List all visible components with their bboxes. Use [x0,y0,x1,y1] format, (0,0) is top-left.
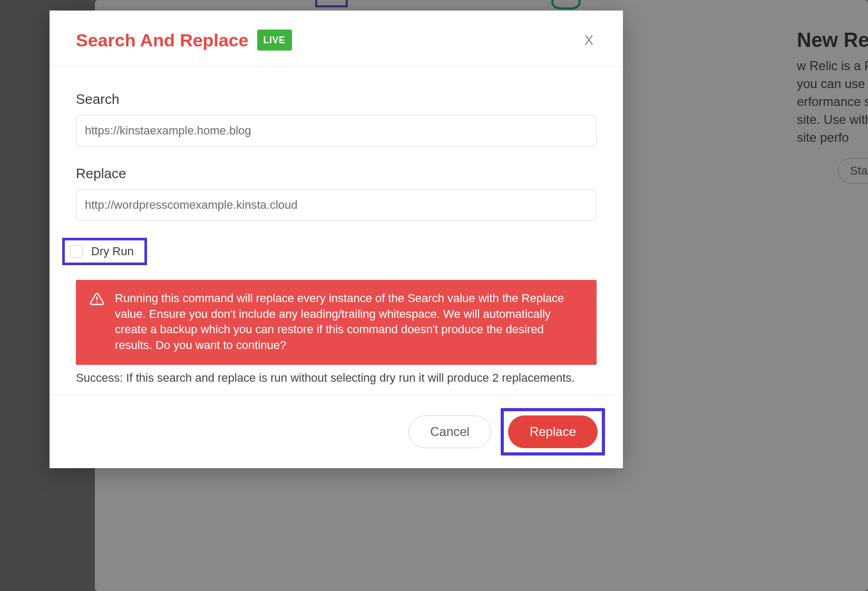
close-icon[interactable]: X [581,30,597,50]
dry-run-option[interactable]: Dry Run [62,238,147,265]
modal-body: Search Replace Dry Run Running this comm… [50,67,623,395]
replace-input[interactable] [76,189,597,221]
replace-field-group: Replace [76,166,597,221]
dry-run-checkbox[interactable] [70,245,83,258]
warning-triangle-icon [90,292,104,308]
search-input[interactable] [76,115,597,147]
modal-footer: Cancel Replace [50,395,623,468]
success-result-text: Success: If this search and replace is r… [76,371,597,385]
warning-banner: Running this command will replace every … [76,280,597,365]
replace-button[interactable]: Replace [508,415,598,448]
modal-header-left: Search And Replace LIVE [76,30,292,51]
environment-badge: LIVE [257,30,292,51]
search-replace-modal: Search And Replace LIVE X Search Replace… [50,11,623,468]
modal-title: Search And Replace [76,30,249,51]
search-label: Search [76,91,597,108]
dry-run-label: Dry Run [91,245,134,258]
search-field-group: Search [76,91,597,147]
cancel-button[interactable]: Cancel [408,415,491,448]
replace-button-highlight: Replace [501,408,605,456]
warning-text: Running this command will replace every … [115,290,581,353]
replace-label: Replace [76,166,597,182]
modal-header: Search And Replace LIVE X [50,11,623,67]
